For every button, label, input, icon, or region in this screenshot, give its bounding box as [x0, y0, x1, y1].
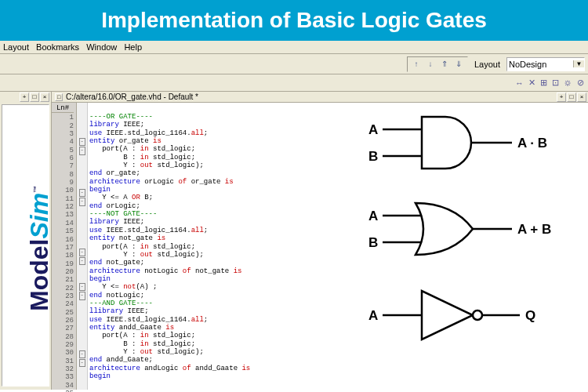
- editor-file-path: C:/altera/16.0/OR_gate.vhd - Default *: [66, 93, 198, 101]
- logo-part2: Sim: [25, 193, 53, 239]
- dropdown-arrow-icon: ▼: [573, 60, 584, 67]
- and-out: A · B: [517, 136, 547, 151]
- editor-controls: + □ ×: [557, 93, 586, 102]
- logo-tm: ™: [32, 186, 40, 193]
- not-gate: A Q: [367, 280, 579, 350]
- not-out: Q: [525, 308, 535, 324]
- banner-title: Implementation of Basic Logic Gates: [101, 8, 487, 32]
- fold-column: ------------: [77, 103, 88, 390]
- or-in-b: B: [368, 235, 378, 251]
- modelsim-logo: ModelSim™: [25, 186, 54, 311]
- fold-toggle-icon[interactable]: -: [79, 189, 85, 197]
- editor-tab-close-icon[interactable]: □: [55, 93, 63, 101]
- layout-value: NoDesign: [509, 60, 546, 69]
- fold-toggle-icon[interactable]: -: [79, 198, 85, 205]
- tool-gear-icon[interactable]: ⛭: [563, 78, 573, 88]
- editor-max-icon[interactable]: □: [567, 93, 576, 102]
- main-area: + □ × ModelSim™ □ C:/altera/16.0/OR_gate…: [0, 92, 588, 390]
- fold-toggle-icon[interactable]: -: [79, 147, 85, 154]
- and-in-b: B: [368, 149, 378, 165]
- nav-down-icon[interactable]: ↓: [424, 58, 437, 71]
- pane-close-icon[interactable]: ×: [40, 93, 49, 102]
- toolbar-primary: ↑ ↓ ⇑ ⇓ Layout NoDesign ▼: [0, 54, 588, 74]
- or-gate: A B A + B: [367, 194, 579, 264]
- not-gate-svg: [367, 280, 579, 350]
- fold-toggle-icon[interactable]: -: [79, 257, 85, 265]
- nav-up-icon[interactable]: ↑: [410, 58, 423, 71]
- fold-toggle-icon[interactable]: -: [79, 138, 85, 146]
- layout-select[interactable]: NoDesign ▼: [506, 57, 585, 71]
- gutter-header: Ln#: [52, 104, 74, 113]
- fold-toggle-icon[interactable]: -: [79, 350, 85, 358]
- and-in-a: A: [368, 122, 378, 138]
- page-banner: Implementation of Basic Logic Gates: [0, 0, 588, 41]
- fold-toggle-icon[interactable]: -: [79, 292, 85, 299]
- layout-label: Layout: [474, 60, 500, 69]
- nav-top-icon[interactable]: ⇑: [438, 58, 451, 71]
- tool-grid-icon[interactable]: ⊞: [539, 78, 548, 88]
- menubar: Layout Bookmarks Window Help: [0, 41, 588, 54]
- pane-max-icon[interactable]: □: [30, 93, 39, 102]
- menu-layout[interactable]: Layout: [3, 42, 29, 52]
- menu-help[interactable]: Help: [124, 42, 142, 52]
- code-line[interactable]: begin: [89, 372, 586, 380]
- gates-diagram: A B A · B A B A + B: [367, 107, 579, 366]
- editor-titlebar: □ C:/altera/16.0/OR_gate.vhd - Default *…: [52, 92, 588, 103]
- svg-point-7: [473, 310, 482, 320]
- or-in-a: A: [368, 209, 378, 224]
- code-editor: □ C:/altera/16.0/OR_gate.vhd - Default *…: [52, 92, 588, 390]
- nav-group: ↑ ↓ ⇑ ⇓: [407, 56, 468, 72]
- editor-dock-icon[interactable]: +: [557, 93, 566, 102]
- not-in-a: A: [368, 308, 378, 324]
- tool-close-icon[interactable]: ✕: [528, 78, 536, 88]
- tool-box-icon[interactable]: ⊡: [551, 78, 560, 88]
- fold-toggle-icon[interactable]: -: [79, 249, 85, 256]
- and-gate: A B A · B: [367, 107, 579, 178]
- editor-close-icon[interactable]: ×: [577, 93, 586, 102]
- or-out: A + B: [517, 222, 551, 238]
- tool-disable-icon[interactable]: ⊘: [576, 78, 585, 88]
- fold-toggle-icon[interactable]: -: [79, 359, 85, 367]
- menu-bookmarks[interactable]: Bookmarks: [36, 42, 79, 52]
- tool-resize-icon[interactable]: ↔: [514, 78, 524, 88]
- pane-dock-icon[interactable]: +: [20, 93, 29, 102]
- pane-controls: + □ ×: [20, 93, 49, 102]
- toolbar-secondary: ↔ ✕ ⊞ ⊡ ⛭ ⊘: [0, 74, 588, 92]
- menu-window[interactable]: Window: [86, 42, 117, 52]
- line-gutter: Ln# 123456789101112131415161718192021222…: [52, 103, 77, 390]
- nav-bottom-icon[interactable]: ⇓: [452, 58, 465, 71]
- logo-part1: Model: [25, 239, 53, 311]
- fold-toggle-icon[interactable]: -: [79, 283, 85, 291]
